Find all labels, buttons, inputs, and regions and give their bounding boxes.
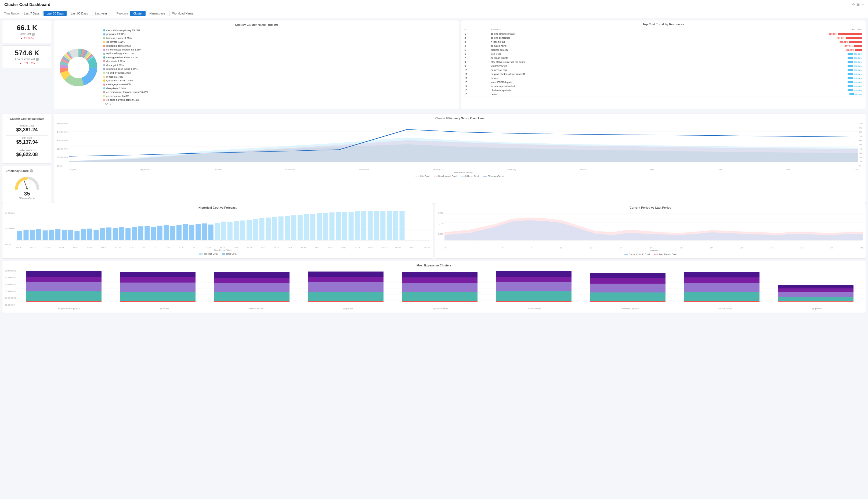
svg-rect-82 <box>374 211 379 240</box>
svg-rect-134 <box>684 301 759 302</box>
more-icon[interactable]: ≡ <box>862 3 864 7</box>
page-title: Cluster Cost Dashboard <box>4 2 50 7</box>
middle-row: Cluster Cost Breakdown Utilized Cost $3,… <box>0 113 868 203</box>
svg-rect-31 <box>49 230 54 240</box>
svg-rect-105 <box>120 292 196 301</box>
total-cost-change: ▲ 19.09% <box>5 37 48 40</box>
efficiency-chart-svg-container: August September October November Decemb… <box>69 121 858 174</box>
btn-last90[interactable]: Last 90 Days <box>68 11 91 16</box>
btn-lastyear[interactable]: Last year <box>92 11 110 16</box>
filters-bar: Time Range Last 7 Days Last 30 Days Last… <box>0 9 868 18</box>
hist-x-labels: Jun 16 Jun 18 Jun 20 Jun 22 Jun 24 Jun 2… <box>16 246 430 248</box>
total-cost-info-icon[interactable]: i <box>32 33 35 36</box>
legend-item-4: replicated-demo 3.93% <box>103 44 148 48</box>
svg-rect-60 <box>234 221 239 240</box>
btn-last7[interactable]: Last 7 Days <box>21 11 42 16</box>
svg-rect-86 <box>399 211 404 240</box>
svg-rect-45 <box>138 227 143 240</box>
forecasted-cost-info-icon[interactable]: i <box>36 58 39 61</box>
svg-rect-28 <box>30 230 35 240</box>
forecasted-cost-card: 574.6 K Forecasted Cost i ▲ 769.87% <box>2 45 52 69</box>
left-breakdown: Cluster Cost Breakdown Utilized Cost $3,… <box>2 113 52 203</box>
total-cost-value: 66.1 K <box>5 24 48 32</box>
btn-last30[interactable]: Last 30 Days <box>44 11 66 16</box>
period-comparison-card: Current Period vs Last Period 3,000 2,00… <box>435 203 866 259</box>
period-legend: Current Month Cost Prev Month Cost <box>438 253 863 256</box>
hist-x-axis-label: Time Period / Date <box>16 249 430 251</box>
svg-rect-111 <box>214 283 290 292</box>
svg-rect-79 <box>355 211 360 240</box>
refresh-icon[interactable]: ⟳ <box>852 3 855 7</box>
efficiency-score-card: Efficiency Score i 35 EfficiencyScore <box>2 166 52 203</box>
most-expensive-card: Most Expensive Clusters $30,000.00 $25,0… <box>2 261 866 313</box>
svg-rect-49 <box>163 225 169 240</box>
svg-rect-62 <box>246 220 252 240</box>
svg-rect-106 <box>120 282 196 292</box>
svg-rect-133 <box>590 273 665 278</box>
historical-chart-title: Historical Cost vs Forecast <box>5 206 430 209</box>
trend-table-row: 12tudors100.00% <box>464 76 864 80</box>
period-chart-title: Current Period vs Last Period <box>438 206 863 209</box>
donut-chart-card: Cost by Cluster Name (Top 50) <box>54 20 459 109</box>
efficiency-title: Efficiency Score i <box>5 169 48 172</box>
trend-table-row: 9wfmECSTarget100.00% <box>464 64 864 68</box>
svg-rect-32 <box>55 229 60 240</box>
efficiency-chart-title: Cluster Efficiency Score Over Time <box>57 117 863 120</box>
svg-rect-58 <box>221 222 226 240</box>
efficiency-chart-content: $50,000.00 $40,000.00 $30,000.00 $20,000… <box>57 121 863 174</box>
svg-rect-43 <box>125 228 131 240</box>
svg-rect-76 <box>336 212 341 240</box>
svg-rect-121 <box>402 283 477 292</box>
row3: Historical Cost vs Forecast $4,000.00 $2… <box>0 203 868 261</box>
svg-rect-61 <box>240 220 245 240</box>
svg-rect-34 <box>68 230 73 240</box>
historical-chart-content: $4,000.00 $2,000.00 $0.00 <box>5 211 430 251</box>
btn-namespace[interactable]: Namespace <box>147 11 168 16</box>
donut-svg <box>57 46 100 89</box>
svg-rect-109 <box>214 301 290 302</box>
trend-table: # Resource Cost Trend 1ce-eng-jenkins-pr… <box>464 27 864 96</box>
legend-item-5: sfx-connected-onprem-qa 3.25% <box>103 48 148 51</box>
svg-rect-118 <box>308 271 383 277</box>
trend-col-resource: Resource <box>490 27 665 32</box>
svg-rect-50 <box>170 226 175 240</box>
svg-rect-65 <box>266 218 271 240</box>
legend-item-9: dp-target 1.80% <box>103 63 148 67</box>
svg-rect-73 <box>317 213 322 240</box>
legend-item-14: ce-stage-private 0.65% <box>103 83 148 86</box>
efficiency-info-icon[interactable]: i <box>30 169 33 172</box>
btn-cluster[interactable]: Cluster <box>130 11 146 16</box>
svg-rect-56 <box>208 224 213 240</box>
forecasted-cost-label: Forecasted Cost i <box>5 58 48 61</box>
expensive-bars: ce-prod-cluster-primary pr-private harne… <box>17 269 863 310</box>
svg-rect-53 <box>189 225 194 240</box>
historical-y-axis: $4,000.00 $2,000.00 $0.00 <box>5 211 16 246</box>
legend-item-13: QA Stress Cluster 1.43% <box>103 79 148 83</box>
trend-table-row: 15cluster-for-qa-tests100.00% <box>464 88 864 93</box>
svg-rect-74 <box>323 213 328 240</box>
svg-rect-46 <box>145 226 150 240</box>
btn-workload-name[interactable]: Workload Name <box>169 11 196 16</box>
most-expensive-row: Most Expensive Clusters $30,000.00 $25,0… <box>0 261 868 315</box>
time-range-label: Time Range <box>4 12 19 15</box>
svg-rect-38 <box>94 230 99 240</box>
time-range-group: Time Range Last 7 Days Last 30 Days Last… <box>4 11 110 16</box>
trend-resource-name: ce-stage-private <box>490 56 665 60</box>
period-x-labels: 2 4 6 8 10 12 14 16 18 20 22 24 26 28 30 <box>444 246 863 249</box>
trend-resource-name: ce-eng-sonarqube <box>490 36 665 40</box>
legend-item-8: dp-private 2.22% <box>103 59 148 63</box>
legend-item-2: harness-ci-com 17.95% <box>103 36 148 40</box>
trend-table-row: 5prakhar-ecs-ec2-162.00% <box>464 48 864 52</box>
svg-rect-112 <box>214 278 290 283</box>
trend-table-row: 6Zee-ECS100.00% <box>464 52 864 56</box>
historical-cost-card: Historical Cost vs Forecast $4,000.00 $2… <box>2 203 433 259</box>
trend-resource-name: wfmz-ECSDelegate <box>490 80 665 84</box>
gauge-svg <box>14 174 40 191</box>
breakdown-title: Cluster Cost Breakdown <box>5 117 48 120</box>
expensive-svg <box>17 269 863 306</box>
svg-rect-139 <box>778 301 854 302</box>
filter-icon[interactable]: ⊞ <box>857 3 860 7</box>
efficiency-over-time-card: Cluster Efficiency Score Over Time $50,0… <box>54 113 866 203</box>
svg-rect-113 <box>214 272 290 278</box>
svg-point-16 <box>26 188 28 189</box>
